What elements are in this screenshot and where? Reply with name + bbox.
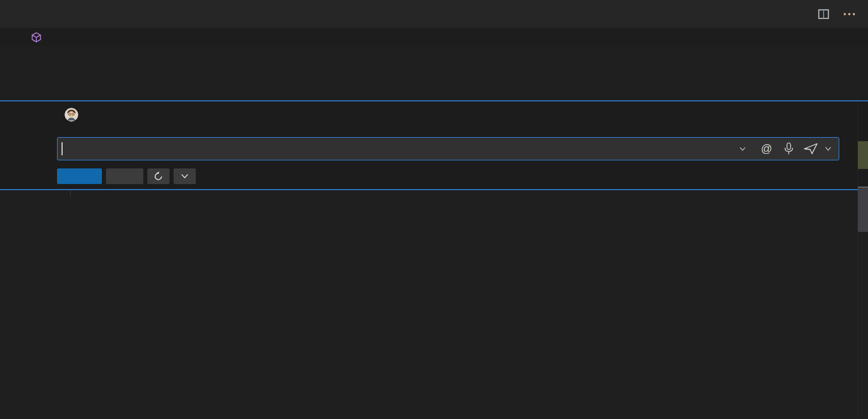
chat-action-buttons [57,168,196,184]
chat-message-row [65,108,87,122]
code-editor[interactable] [0,190,868,419]
chevron-down-icon [739,147,746,151]
model-picker[interactable] [736,147,746,151]
send-icon[interactable] [802,141,820,156]
text-caret [62,142,63,155]
overview-ruler [857,100,868,419]
inline-chat-widget: @ [0,100,868,190]
chat-input-toolbar: @ [736,141,839,156]
rerun-request-button[interactable] [147,168,170,184]
user-avatar [65,108,78,122]
close-button[interactable] [106,168,143,184]
breadcrumb [0,28,868,46]
editor-actions [818,0,868,28]
accept-button[interactable] [57,168,102,184]
insert-change-marker [858,141,868,169]
scrollbar-thumb[interactable] [858,187,868,232]
tab-bar [0,0,868,28]
attach-context-icon[interactable]: @ [758,141,775,156]
microphone-icon[interactable] [780,141,797,156]
split-editor-icon[interactable] [818,8,830,20]
vscode-window: @ [0,0,868,419]
chat-input[interactable]: @ [57,137,839,160]
cutoff-next-line [0,190,868,196]
toggle-changes-chevron-button[interactable] [174,168,196,184]
more-actions-icon[interactable] [843,8,856,20]
send-options-chevron-icon[interactable] [825,146,832,151]
symbol-cube-icon [31,32,42,43]
